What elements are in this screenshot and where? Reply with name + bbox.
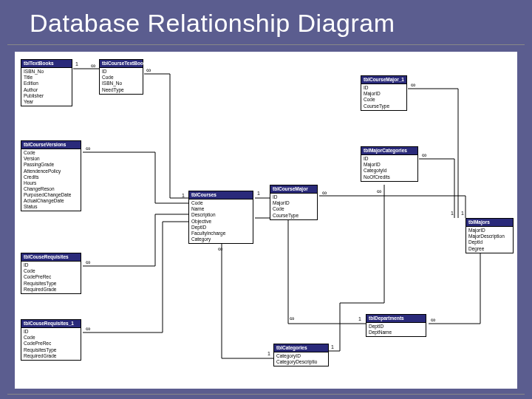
connections-layer — [15, 52, 517, 389]
table-tblCourseMajor_1[interactable]: tblCourseMajor_1 ID MajorID Code CourseT… — [361, 75, 407, 111]
table-tblDepartments[interactable]: tblDepartments DeptID DeptName — [366, 314, 426, 337]
table-tblCategories[interactable]: tblCategories CategoryID CategoryDescrip… — [273, 344, 329, 366]
table-fields: Code Version PassingGrade AttendencePoli… — [21, 149, 81, 211]
table-tblTextBooks[interactable]: tblTextBooks ISBN_No Title Edition Autho… — [21, 59, 72, 106]
cardinality-many: ∞ — [322, 189, 327, 197]
table-header: tblCouseRequisites — [21, 253, 81, 262]
cardinality-many: ∞ — [422, 151, 426, 159]
table-fields: ID Code CodePreRec RequisitesType Requir… — [21, 262, 81, 293]
cardinality-many: ∞ — [411, 81, 415, 89]
table-tblCourses[interactable]: tblCourses Code Name Description Objecti… — [188, 191, 253, 244]
cardinality-one: 1 — [331, 344, 334, 349]
cardinality-one: 1 — [461, 211, 464, 216]
cardinality-one: 1 — [75, 61, 78, 66]
cardinality-many: ∞ — [146, 66, 151, 74]
cardinality-many: ∞ — [86, 325, 90, 332]
table-tblCourseMajor[interactable]: tblCourseMajor ID MajorID Code CourseTyp… — [270, 185, 318, 220]
slide-background: Database Relationship Diagram — [0, 0, 532, 399]
table-header: tblCourseMajor_1 — [361, 76, 406, 84]
table-header: tblDepartments — [366, 315, 426, 323]
table-fields: Code Name Description Objective DeptID F… — [189, 200, 253, 243]
table-tblCouseRequisites_1[interactable]: tblCouseRequisites_1 ID Code CodePreRec … — [21, 319, 81, 361]
cardinality-one: 1 — [451, 211, 454, 216]
table-fields: ID MajorID Code CourseType — [361, 84, 406, 110]
cardinality-many: ∞ — [377, 188, 381, 195]
table-header: tblTextBooks — [21, 60, 72, 68]
table-fields: ISBN_No Title Edition Author Publisher Y… — [21, 68, 72, 106]
cardinality-many: ∞ — [91, 62, 95, 69]
table-fields: CategoryID CategoryDescriptio — [274, 352, 328, 366]
table-tblCourseVersions[interactable]: tblCourseVersions Code Version PassingGr… — [21, 140, 81, 211]
table-header: tblCourseMajor — [270, 185, 317, 194]
table-header: tblCourseVersions — [21, 141, 81, 149]
cardinality-many: ∞ — [86, 259, 90, 266]
diagram-canvas: 1 ∞ ∞ ∞ ∞ ∞ 1 1 ∞ ∞ 1 ∞ ∞ 1 1 ∞ 1 ∞ 1 ∞ … — [15, 52, 517, 389]
table-header: tblCouseRequisites_1 — [21, 320, 81, 328]
table-header: tblMajorCategories — [361, 147, 417, 155]
table-header: tblCourses — [189, 191, 253, 200]
table-fields: ID Code ISBN_No NeedType — [100, 68, 143, 94]
cardinality-one: 1 — [182, 193, 185, 198]
cardinality-many: ∞ — [290, 315, 294, 322]
table-fields: MajorID MajorDescription DeptId Degree — [466, 227, 513, 253]
decorative-border — [7, 394, 525, 395]
table-tblCouseRequisites[interactable]: tblCouseRequisites ID Code CodePreRec Re… — [21, 253, 81, 294]
table-tblCourseTextBooks[interactable]: tblCourseTextBooks ID Code ISBN_No NeedT… — [99, 59, 143, 95]
table-header: tblCourseTextBooks — [100, 60, 143, 68]
page-title: Database Relationship Diagram — [0, 0, 532, 44]
table-header: tblMajors — [466, 219, 513, 227]
cardinality-one: 1 — [257, 191, 260, 196]
cardinality-many: ∞ — [431, 316, 435, 324]
table-fields: ID MajorID Code CourseType — [270, 194, 317, 219]
cardinality-many: ∞ — [218, 245, 222, 253]
table-fields: DeptID DeptName — [366, 323, 426, 336]
table-tblMajors[interactable]: tblMajors MajorID MajorDescription DeptI… — [466, 218, 514, 253]
table-fields: ID Code CodePreRec RequisitesType Requir… — [21, 328, 81, 360]
cardinality-many: ∞ — [86, 145, 90, 152]
table-fields: ID MajorID CategotyId NoOfCredits — [361, 155, 417, 181]
decorative-border — [7, 44, 525, 45]
cardinality-one: 1 — [358, 316, 361, 321]
cardinality-one: 1 — [267, 351, 270, 356]
table-header: tblCategories — [274, 344, 328, 352]
table-tblMajorCategories[interactable]: tblMajorCategories ID MajorID CategotyId… — [361, 146, 418, 182]
